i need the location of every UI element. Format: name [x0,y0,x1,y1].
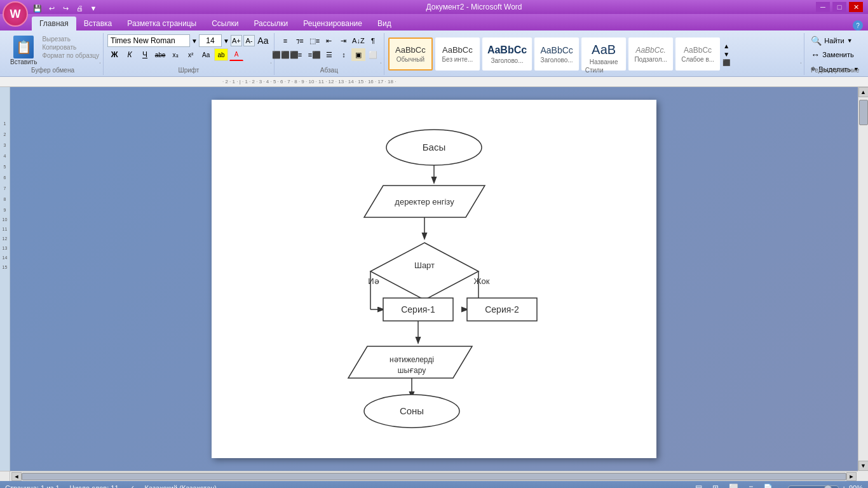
tab-review[interactable]: Рецензирование [295,17,370,30]
paste-button[interactable]: 📋 Вставить [6,33,41,68]
font-shrink-button[interactable]: A- [243,35,255,46]
style-subtle[interactable]: AaBbCc Слабое в... [675,37,720,71]
tab-insert[interactable]: Вставка [76,17,120,30]
multilevel-button[interactable]: ⬚≡ [308,34,322,47]
font-color-button[interactable]: A [229,48,243,61]
vertical-ruler: 12 3 4 5 6 7 8 9 10 11 12 13 14 15 [0,87,10,471]
align-left-button[interactable]: ⬛⬛⬛ [278,48,292,61]
align-right-button[interactable]: ≡⬛ [308,48,322,61]
style-subtle-label: Слабое в... [681,56,714,63]
find-icon: 🔍 [811,36,822,46]
italic-button[interactable]: К [123,48,137,61]
style-subtitle[interactable]: AaBbCc. Подзагол... [628,37,673,71]
format-painter-button[interactable]: Формат по образцу [42,52,99,59]
print-button[interactable]: 🖨 [74,3,85,14]
bold-button[interactable]: Ж [107,48,121,61]
undo-button[interactable]: ↩ [46,3,57,14]
bullets-button[interactable]: ≡ [278,34,292,47]
styles-down-button[interactable]: ▼ [722,51,730,58]
hscroll-right-button[interactable]: ► [846,472,857,481]
shading-button[interactable]: ▣ [351,48,365,61]
replace-button[interactable]: ↔ Заменить [808,48,862,61]
view-full-button[interactable]: ⊞ [710,482,721,488]
clipboard-expand[interactable]: ⬞ [98,60,102,66]
view-normal-button[interactable]: ▤ [693,482,705,488]
text-effect-button[interactable]: Аа [199,48,213,61]
clear-format-button[interactable]: Aa [256,34,270,47]
page-count: Страница: 1 из 1 [5,484,60,488]
para-section-label: Абзац [275,67,384,74]
redo-button[interactable]: ↪ [60,3,71,14]
help-button[interactable]: ? [853,20,863,30]
style-h1[interactable]: AaBbCc Заголово... [482,37,532,71]
style-h2[interactable]: AaBbCc Заголово... [534,37,579,71]
font-size-dropdown[interactable]: ▼ [223,37,229,44]
hscroll-left-button[interactable]: ◄ [11,472,22,481]
quick-access-toolbar: 💾 ↩ ↪ 🖨 ▼ [32,3,99,14]
align-center-button[interactable]: ≡ [293,48,307,61]
line-spacing-button[interactable]: ↕ [337,48,351,61]
scroll-down-button[interactable]: ▼ [858,461,869,471]
tab-mailings[interactable]: Рассылки [246,17,295,30]
styles-expand[interactable]: ⬞ [799,60,803,66]
strikethrough-button[interactable]: abe [153,48,167,61]
font-name-selector[interactable]: Times New Roman [107,34,190,47]
zoom-control: − + 90% [780,484,863,489]
zoom-in-button[interactable]: + [841,484,846,489]
view-outline-button[interactable]: ≡ [746,482,756,488]
tab-home[interactable]: Главная [32,17,76,30]
font-expand[interactable]: ⬞ [269,60,273,66]
style-no-spacing[interactable]: AaBbCc Без инте... [435,37,480,71]
hscroll-thumb[interactable] [22,473,846,480]
zoom-value: 90% [849,484,863,488]
sort-button[interactable]: A↓Z [351,34,365,47]
zoom-slider[interactable] [788,485,839,488]
tab-layout[interactable]: Разметка страницы [119,17,204,30]
view-draft-button[interactable]: 📄 [761,482,775,488]
find-button[interactable]: 🔍 Найти ▼ [808,34,862,47]
zoom-thumb[interactable] [824,485,832,488]
office-button[interactable]: W [3,1,28,27]
styles-up-button[interactable]: ▲ [722,43,730,50]
zoom-out-button[interactable]: − [780,484,785,489]
style-normal[interactable]: AaBbCc Обычный [388,37,433,71]
content-area: 12 3 4 5 6 7 8 9 10 11 12 13 14 15 [0,87,868,471]
decrease-indent-button[interactable]: ⇤ [322,34,336,47]
styles-more-button[interactable]: ⬛ [722,59,730,66]
scroll-thumb[interactable] [859,100,868,125]
highlight-button[interactable]: ab [214,48,228,61]
document-scroll-area[interactable]: Басы деректер енгізу Шарт Иə Жок [10,87,858,471]
styles-section-label: Стили [384,67,804,74]
font-size-selector[interactable]: 14 [199,34,222,47]
justify-button[interactable]: ☰ [322,48,336,61]
maximize-button[interactable]: □ [832,2,846,12]
show-marks-button[interactable]: ¶ [366,34,380,47]
minimize-button[interactable]: ─ [816,2,830,12]
font-grow-button[interactable]: A+ [231,35,242,46]
superscript-button[interactable]: x² [184,48,198,61]
tab-view[interactable]: Вид [370,17,399,30]
para-expand[interactable]: ⬞ [379,60,383,66]
paragraph-section: ≡ ⁊≡ ⬚≡ ⇤ ⇥ A↓Z ¶ ⬛⬛⬛ ≡ ≡⬛ ☰ ↕ ▣ ⬜ [275,33,384,75]
border-button[interactable]: ⬜ [366,48,380,61]
office-icon: W [10,8,21,21]
numbering-button[interactable]: ⁊≡ [293,34,307,47]
replace-icon: ↔ [811,50,820,60]
cut-button[interactable]: Вырезать [42,36,99,43]
save-button[interactable]: 💾 [32,3,43,14]
copy-button[interactable]: Копировать [42,44,99,51]
subscript-button[interactable]: x₂ [168,48,182,61]
quick-menu-button[interactable]: ▼ [88,3,99,14]
view-web-button[interactable]: ⬜ [726,482,741,488]
font-name-dropdown[interactable]: ▼ [191,37,198,44]
style-title[interactable]: АаВ Название [581,37,626,71]
style-subtitle-label: Подзагол... [634,56,667,63]
close-button[interactable]: ✕ [849,2,863,12]
underline-button[interactable]: Ч [138,48,152,61]
styles-section: AaBbCc Обычный AaBbCc Без инте... AaBbCc… [384,33,804,75]
style-subtitle-preview: AaBbCc. [635,46,665,55]
scroll-up-button[interactable]: ▲ [858,87,869,97]
increase-indent-button[interactable]: ⇥ [337,34,351,47]
end-label: Соны [400,405,424,416]
tab-references[interactable]: Ссылки [204,17,246,30]
